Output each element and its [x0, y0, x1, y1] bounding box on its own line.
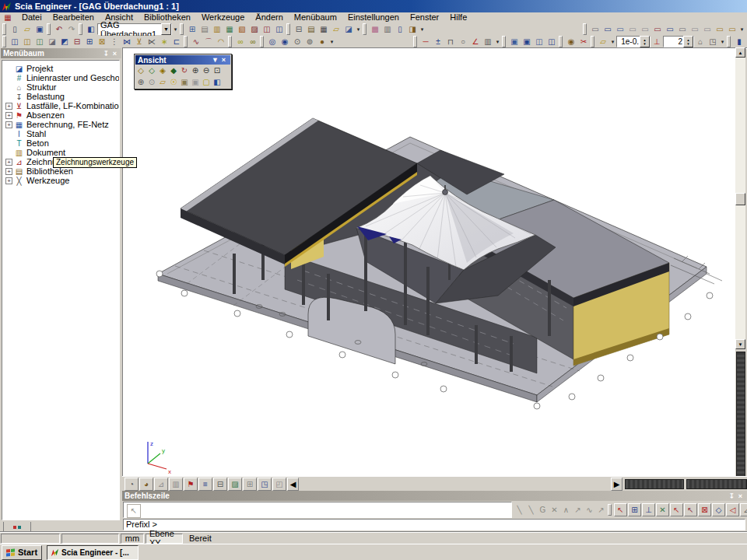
new-document-icon[interactable]: ▯ — [9, 23, 21, 35]
title-bar[interactable]: Scia Engineer - [GAG Überdachung1 : 1] — [0, 0, 747, 12]
view-glasses-icon[interactable]: ∞ — [234, 36, 247, 47]
sidebar-item-struktur[interactable]: ⌂Struktur — [2, 82, 119, 92]
taskbar-item-scia[interactable]: Scia Engineer - [... — [47, 545, 139, 560]
snap-grid-icon[interactable]: ⊞ — [628, 503, 641, 516]
binoculars-icon[interactable]: ◎ — [266, 36, 279, 47]
rectangle-icon[interactable]: ⊓ — [444, 36, 457, 47]
layout-window-icon-9[interactable]: ▭ — [689, 23, 701, 35]
scroll-right-icon[interactable]: ▶ — [611, 478, 622, 491]
precision-spinner[interactable]: 1e-0. ▴▾ — [616, 36, 651, 47]
clipping-icon[interactable]: ⊙ — [291, 36, 303, 47]
cut-scissors-icon[interactable]: ✂ — [577, 36, 590, 47]
layout-window-icon-10[interactable]: ▭ — [701, 23, 714, 35]
toolbar-grip[interactable] — [583, 23, 587, 35]
toolbar-grip[interactable] — [608, 504, 612, 516]
flag-icon[interactable]: ⚑ — [184, 478, 198, 491]
snap-edge-icon[interactable]: ◇ — [712, 503, 725, 516]
snap-midpoint-icon[interactable]: ↖ — [684, 503, 697, 516]
model-3d-view[interactable]: z y x — [123, 48, 735, 475]
copy-attributes-icon[interactable]: ▣ — [508, 36, 521, 47]
search-dropdown-icon[interactable]: ▾ — [328, 36, 335, 47]
engineering-report-icon[interactable]: ▯ — [394, 23, 406, 35]
plate-icon[interactable]: ◫ — [33, 36, 46, 47]
arc-icon[interactable]: ⌒ — [202, 36, 215, 47]
opening-icon[interactable]: ⊠ — [96, 36, 108, 47]
menu-hilfe[interactable]: Hilfe — [444, 12, 472, 23]
zoom-out-icon[interactable]: ⊖ — [201, 65, 212, 75]
command-history[interactable]: ↖ — [123, 502, 512, 518]
status-plane[interactable]: Ebene XY — [146, 534, 183, 544]
menu-ändern[interactable]: Ändern — [250, 12, 288, 23]
project-combobox[interactable]: GAG Überdachung1 ▼ — [97, 23, 172, 35]
calc-dropdown-icon[interactable]: ▾ — [419, 23, 426, 35]
scrollbar-thumb[interactable] — [735, 193, 745, 205]
gallery-icon[interactable]: ▥ — [211, 23, 223, 35]
layout-window-icon-12[interactable]: ▭ — [726, 23, 738, 35]
expand-plus-icon[interactable]: + — [5, 168, 12, 175]
calculation-icon[interactable]: ▩ — [369, 23, 381, 35]
scale-spinner[interactable]: 2 ▴▾ — [663, 36, 694, 47]
toolbar-grip[interactable] — [184, 36, 188, 47]
expand-plus-icon[interactable]: + — [5, 121, 12, 128]
panel-edge-icon[interactable]: ▮ — [733, 36, 745, 47]
grid-line-icon[interactable]: ▥ — [482, 36, 494, 47]
document-view-icon[interactable]: ▤ — [198, 23, 211, 35]
export-folder-icon[interactable]: ▱ — [330, 23, 342, 35]
circle-icon[interactable]: ○ — [457, 36, 469, 47]
zoom-selection-icon[interactable]: ⊙ — [146, 77, 157, 87]
render-mode-icon[interactable]: ◕ — [139, 478, 153, 491]
import-icon[interactable]: ◪ — [342, 23, 355, 35]
scroll-down-icon[interactable]: ▼ — [735, 339, 745, 349]
line-icon[interactable]: ─ — [419, 36, 432, 47]
sidebar-item-lastfälle-lf-kombinationen[interactable]: +⊻Lastfälle, LF-Kombinationen — [2, 101, 119, 110]
draw-dropdown-icon[interactable]: ▾ — [494, 36, 501, 47]
camera-save-icon[interactable]: ▣ — [179, 77, 190, 87]
layout-window-icon-2[interactable]: ▭ — [601, 23, 614, 35]
sidebar-item-stahl[interactable]: IStahl — [2, 129, 119, 138]
menu-werkzeuge[interactable]: Werkzeuge — [196, 12, 250, 23]
toolbar-grip[interactable] — [413, 36, 417, 47]
expand-plus-icon[interactable]: + — [5, 159, 12, 166]
copy-add-icon[interactable]: ◫ — [533, 36, 545, 47]
pin-icon[interactable]: ↧ — [728, 492, 736, 500]
layout-window-icon-6[interactable]: ▭ — [651, 23, 664, 35]
zoom-in-icon[interactable]: ⊕ — [190, 65, 201, 75]
view-y-icon[interactable]: ◈ — [157, 65, 168, 75]
toolbar-grip[interactable] — [559, 36, 563, 47]
support-icon[interactable]: ⊏ — [170, 36, 183, 47]
combobox-arrow-icon[interactable]: ▼ — [161, 23, 171, 35]
docked-dark-toolbar-vertical[interactable] — [736, 352, 745, 488]
light-bulb-icon[interactable]: ☉ — [168, 77, 179, 87]
close-icon[interactable]: × — [219, 56, 228, 64]
menu-fenster[interactable]: Fenster — [405, 12, 444, 23]
model-viewport[interactable]: z y x — [122, 47, 735, 476]
star-node-icon[interactable]: ∗ — [158, 36, 170, 47]
section-view-icon[interactable]: ◰ — [272, 478, 286, 491]
layout-window-icon-4[interactable]: ▭ — [626, 23, 639, 35]
sidebar-item-berechnung-fe-netz[interactable]: +▦Berechnung, FE-Netz — [2, 120, 119, 129]
notebook-icon[interactable]: ▧ — [236, 23, 248, 35]
toolbar-grip[interactable] — [260, 36, 264, 47]
paste-attributes-icon[interactable]: ▣ — [521, 36, 533, 47]
filter-icon[interactable]: ⊚ — [303, 36, 316, 47]
toolbar-grip[interactable] — [47, 23, 51, 35]
status-unit[interactable]: mm — [121, 534, 144, 544]
spinner-arrows-icon[interactable]: ▴▾ — [640, 36, 650, 47]
snap-node-icon[interactable]: ⊠ — [698, 503, 711, 516]
select-special-icon[interactable]: ● — [316, 36, 328, 47]
cube-dropdown-icon[interactable]: ▾ — [719, 36, 726, 47]
document-mdi-icon[interactable]: ▦ — [2, 13, 13, 22]
sidebar-item-absenzen[interactable]: +⚑Absenzen — [2, 110, 119, 120]
cube-view-icon[interactable]: ◳ — [707, 36, 719, 47]
folder-dropdown-icon[interactable]: ▾ — [609, 36, 616, 47]
toolbar-grip[interactable] — [79, 23, 82, 35]
cursor-snap-icon[interactable]: ↖ — [614, 503, 627, 516]
spline-icon[interactable]: ◠ — [215, 36, 227, 47]
toolbar-grip[interactable] — [2, 23, 6, 35]
toolbar-grip[interactable] — [180, 23, 184, 35]
beam-icon[interactable]: ◫ — [9, 36, 21, 47]
print-icon[interactable]: ⊟ — [293, 23, 305, 35]
project-manager-icon[interactable]: ◧ — [85, 23, 97, 35]
collapse-left-icon[interactable]: ◀ — [287, 478, 299, 491]
menu-bearbeiten[interactable]: Bearbeiten — [47, 12, 100, 23]
